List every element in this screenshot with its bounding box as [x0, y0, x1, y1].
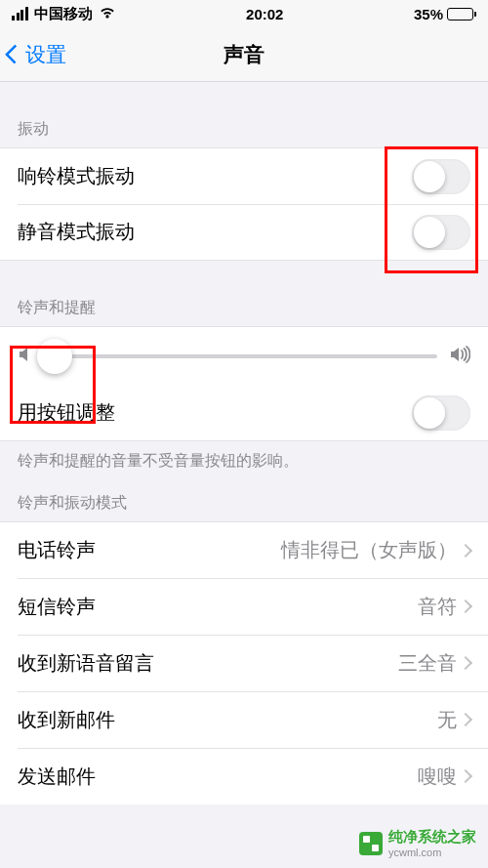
- row-value: 音符: [418, 594, 457, 620]
- row-sent-mail[interactable]: 发送邮件 嗖嗖: [0, 748, 488, 805]
- row-change-with-buttons[interactable]: 用按钮调整: [0, 385, 488, 441]
- switch-silent-vibrate[interactable]: [412, 215, 470, 250]
- chevron-right-icon: [459, 656, 472, 670]
- row-label: 收到新语音留言: [18, 650, 154, 677]
- row-value: 无: [437, 707, 457, 733]
- speaker-min-icon: [18, 346, 31, 367]
- row-volume-slider: [0, 326, 488, 385]
- row-new-mail[interactable]: 收到新邮件 无: [0, 691, 488, 748]
- nav-bar: 设置 声音: [0, 27, 488, 82]
- row-silent-vibrate[interactable]: 静音模式振动: [0, 204, 488, 261]
- chevron-right-icon: [459, 713, 472, 726]
- status-left: 中国移动: [12, 5, 116, 23]
- status-right: 35%: [414, 6, 476, 22]
- row-label: 发送邮件: [18, 764, 96, 790]
- section-header-patterns: 铃声和振动模式: [0, 493, 488, 521]
- row-value: 三全音: [398, 650, 457, 677]
- carrier-label: 中国移动: [34, 5, 93, 23]
- wifi-icon: [99, 6, 116, 22]
- row-ring-vibrate[interactable]: 响铃模式振动: [0, 147, 488, 204]
- chevron-left-icon: [8, 44, 21, 65]
- row-value: 情非得已（女声版）: [281, 537, 457, 563]
- chevron-right-icon: [459, 543, 472, 557]
- row-label: 响铃模式振动: [18, 163, 135, 189]
- status-time: 20:02: [246, 6, 283, 22]
- page-title: 声音: [224, 41, 264, 68]
- row-value: 嗖嗖: [418, 764, 457, 790]
- row-label: 短信铃声: [18, 594, 96, 620]
- watermark-icon: [359, 832, 383, 855]
- row-label: 静音模式振动: [18, 219, 135, 245]
- back-label: 设置: [25, 41, 66, 68]
- back-button[interactable]: 设置: [8, 41, 66, 68]
- watermark-text: 纯净系统之家: [388, 828, 476, 845]
- speaker-max-icon: [449, 346, 470, 367]
- status-bar: 中国移动 20:02 35%: [0, 0, 488, 27]
- battery-icon: [447, 8, 476, 21]
- row-label: 电话铃声: [18, 537, 96, 563]
- chevron-right-icon: [459, 769, 472, 783]
- volume-slider[interactable]: [43, 354, 437, 358]
- section-header-vibration: 振动: [0, 119, 488, 147]
- switch-change-with-buttons[interactable]: [412, 395, 470, 431]
- battery-percent: 35%: [414, 6, 443, 22]
- slider-knob[interactable]: [37, 339, 72, 374]
- chevron-right-icon: [459, 599, 472, 613]
- switch-ring-vibrate[interactable]: [412, 159, 470, 194]
- row-label: 用按钮调整: [18, 399, 115, 426]
- row-ringtone[interactable]: 电话铃声 情非得已（女声版）: [0, 521, 488, 578]
- watermark: 纯净系统之家 ycwml.com: [359, 828, 476, 858]
- signal-icon: [12, 7, 28, 21]
- row-label: 收到新邮件: [18, 707, 115, 733]
- section-footer: 铃声和提醒的音量不受音量按钮的影响。: [0, 441, 488, 481]
- row-voicemail[interactable]: 收到新语音留言 三全音: [0, 635, 488, 691]
- section-header-ringer: 铃声和提醒: [0, 298, 488, 326]
- row-text-tone[interactable]: 短信铃声 音符: [0, 578, 488, 635]
- watermark-url: ycwml.com: [388, 847, 476, 858]
